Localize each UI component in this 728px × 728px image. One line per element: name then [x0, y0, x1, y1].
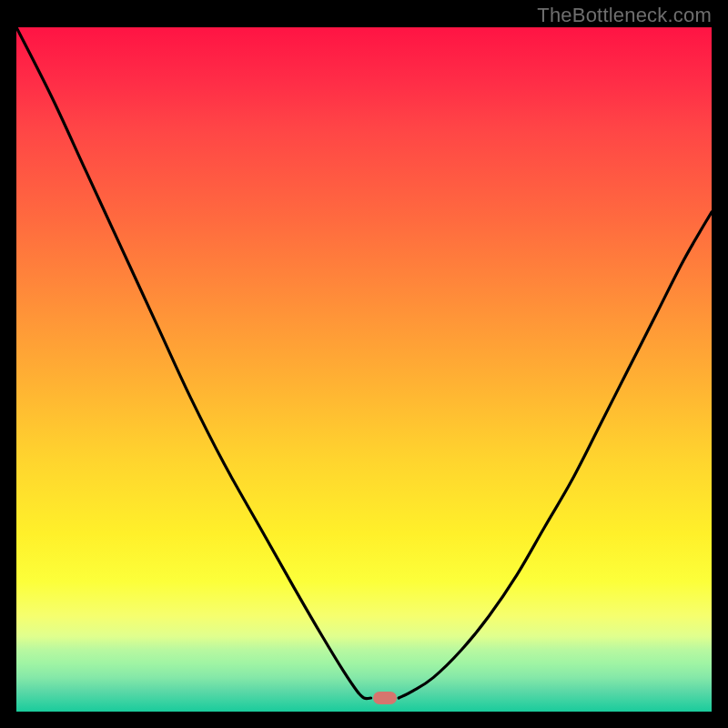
bottleneck-marker — [373, 692, 397, 704]
curve-layer — [16, 27, 712, 712]
watermark-text: TheBottleneck.com — [537, 4, 712, 27]
left-curve-path — [16, 27, 371, 699]
plot-area — [16, 27, 712, 712]
chart-frame: TheBottleneck.com — [0, 0, 728, 728]
right-curve-path — [399, 212, 712, 698]
